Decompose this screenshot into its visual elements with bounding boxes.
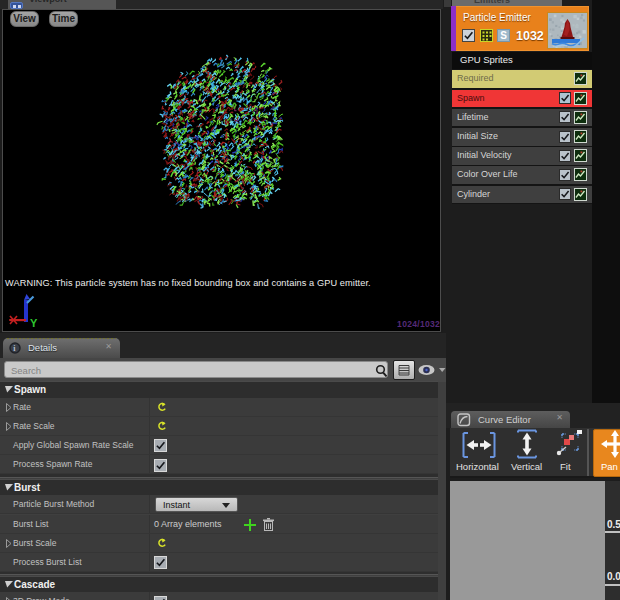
- svg-text:Y: Y: [30, 317, 38, 329]
